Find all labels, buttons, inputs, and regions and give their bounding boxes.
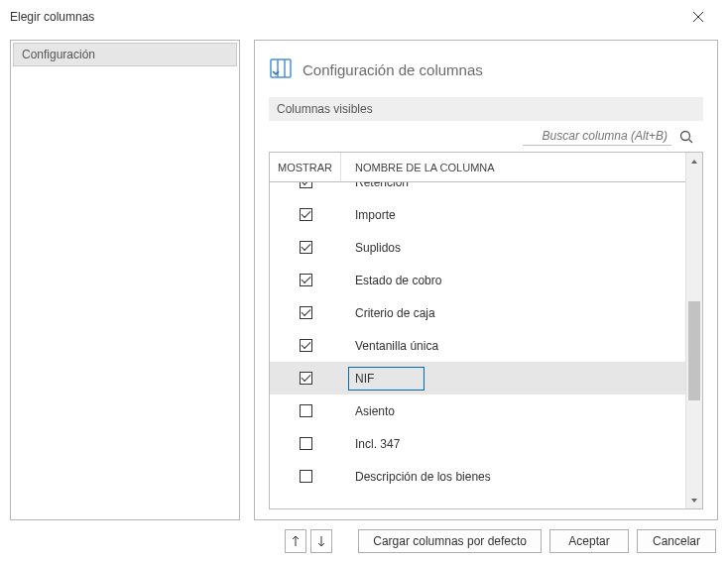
- cell-name: Importe: [341, 208, 685, 222]
- column-name-label: Suplidos: [355, 241, 401, 255]
- sidebar: Configuración: [10, 40, 240, 520]
- cell-name: Criterio de caja: [341, 306, 685, 320]
- table-row[interactable]: Retención: [270, 182, 685, 198]
- load-defaults-button[interactable]: Cargar columnas por defecto: [358, 529, 542, 553]
- search-row: [269, 127, 703, 146]
- visibility-checkbox[interactable]: [300, 274, 312, 286]
- cell-name: NIF: [341, 367, 685, 391]
- arrow-up-icon: [292, 535, 300, 547]
- scroll-thumb[interactable]: [688, 301, 700, 400]
- cell-name: Descripción de los bienes: [341, 470, 685, 484]
- cancel-button[interactable]: Cancelar: [637, 529, 716, 553]
- table-row[interactable]: Ventanilla única: [270, 329, 685, 362]
- column-name-label: Retención: [355, 182, 409, 189]
- cell-show: [270, 339, 341, 352]
- table-body: RetenciónImporteSuplidosEstado de cobroC…: [270, 182, 685, 508]
- svg-point-5: [681, 131, 690, 140]
- search-icon[interactable]: [677, 128, 695, 146]
- col-header-name[interactable]: NOMBRE DE LA COLUMNA: [341, 153, 685, 181]
- col-header-show[interactable]: MOSTRAR: [270, 153, 341, 181]
- close-icon: [693, 12, 703, 22]
- column-name-label: Criterio de caja: [355, 306, 435, 320]
- cell-show: [270, 470, 341, 483]
- main-panel: Configuración de columnas Columnas visib…: [254, 40, 718, 520]
- reorder-buttons: [285, 529, 332, 553]
- body: Configuración Configuración de columnas …: [0, 34, 728, 520]
- cell-show: [270, 306, 341, 319]
- table-row[interactable]: Descripción de los bienes: [270, 460, 685, 493]
- column-name-label: NIF: [348, 367, 425, 391]
- scroll-down-arrow[interactable]: [686, 492, 702, 508]
- cell-show: [270, 241, 341, 254]
- footer: Cargar columnas por defecto Aceptar Canc…: [0, 520, 728, 562]
- column-name-label: Descripción de los bienes: [355, 470, 491, 484]
- cell-name: Ventanilla única: [341, 339, 685, 353]
- svg-rect-2: [271, 59, 291, 77]
- svg-marker-7: [691, 160, 697, 164]
- columns-table: MOSTRAR NOMBRE DE LA COLUMNA RetenciónIm…: [269, 152, 703, 509]
- svg-marker-8: [691, 499, 697, 503]
- move-up-button[interactable]: [285, 529, 306, 553]
- cell-name: Asiento: [341, 404, 685, 418]
- cell-name: Estado de cobro: [341, 274, 685, 287]
- table-row[interactable]: Estado de cobro: [270, 264, 685, 296]
- table-row[interactable]: Suplidos: [270, 231, 685, 264]
- table-row[interactable]: Asiento: [270, 394, 685, 427]
- visibility-checkbox[interactable]: [300, 208, 312, 221]
- column-name-label: Estado de cobro: [355, 274, 441, 287]
- scroll-up-arrow[interactable]: [686, 153, 702, 169]
- search-input[interactable]: [523, 127, 671, 146]
- ok-button[interactable]: Aceptar: [549, 529, 629, 553]
- visibility-checkbox[interactable]: [300, 182, 312, 188]
- columns-icon: [269, 56, 293, 83]
- visibility-checkbox[interactable]: [300, 372, 312, 385]
- titlebar: Elegir columnas: [0, 0, 728, 34]
- table-row[interactable]: Incl. 347: [270, 427, 685, 460]
- vertical-scrollbar[interactable]: [685, 153, 702, 508]
- dialog-window: Elegir columnas Configuración: [0, 0, 728, 562]
- visibility-checkbox[interactable]: [300, 470, 312, 483]
- table-header: MOSTRAR NOMBRE DE LA COLUMNA: [270, 153, 685, 182]
- cell-name: Incl. 347: [341, 437, 685, 451]
- close-button[interactable]: [678, 2, 718, 32]
- column-name-label: Asiento: [355, 404, 395, 418]
- visibility-checkbox[interactable]: [300, 339, 312, 352]
- table-row[interactable]: Criterio de caja: [270, 296, 685, 329]
- cell-name: Suplidos: [341, 241, 685, 255]
- window-title: Elegir columnas: [10, 10, 678, 24]
- subsection-label: Columnas visibles: [269, 97, 703, 121]
- visibility-checkbox[interactable]: [300, 437, 312, 450]
- cell-show: [270, 372, 341, 385]
- svg-line-6: [689, 139, 693, 143]
- panel-title: Configuración de columnas: [303, 61, 483, 78]
- cell-show: [270, 208, 341, 221]
- visibility-checkbox[interactable]: [300, 241, 312, 254]
- cell-show: [270, 404, 341, 417]
- column-name-label: Importe: [355, 208, 396, 222]
- column-name-label: Incl. 347: [355, 437, 400, 451]
- cell-show: [270, 182, 341, 198]
- cell-show: [270, 437, 341, 450]
- cell-show: [270, 274, 341, 286]
- arrow-down-icon: [317, 535, 325, 547]
- column-name-label: Ventanilla única: [355, 339, 438, 353]
- visibility-checkbox[interactable]: [300, 306, 312, 319]
- table-row[interactable]: NIF: [270, 362, 685, 394]
- sidebar-item-label: Configuración: [22, 48, 95, 61]
- cell-name: Retención: [341, 182, 685, 198]
- table-content: MOSTRAR NOMBRE DE LA COLUMNA RetenciónIm…: [270, 153, 685, 508]
- move-down-button[interactable]: [310, 529, 332, 553]
- sidebar-item-configuracion[interactable]: Configuración: [13, 43, 237, 66]
- table-row[interactable]: Importe: [270, 198, 685, 231]
- visibility-checkbox[interactable]: [300, 404, 312, 417]
- panel-header: Configuración de columnas: [269, 56, 703, 83]
